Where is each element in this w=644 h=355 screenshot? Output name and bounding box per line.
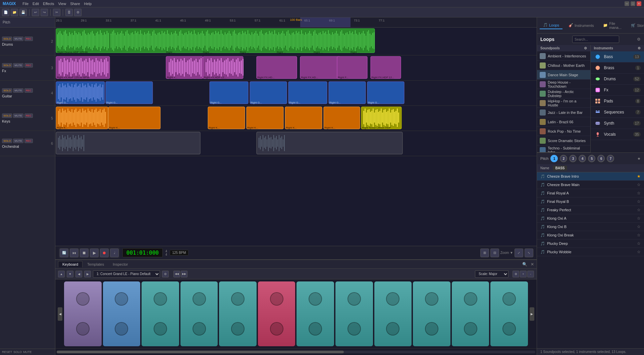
loop-klong-oxi-a[interactable]: 🎵 Klong Oxi A ☆: [537, 214, 644, 223]
left-arrow-icon[interactable]: ◀: [58, 307, 62, 321]
rec-button-drums[interactable]: REC: [24, 37, 33, 41]
pad-7[interactable]: [297, 281, 334, 346]
menu-edit[interactable]: Edit: [33, 2, 39, 6]
pitch-btn-1[interactable]: 1: [550, 155, 558, 162]
pad-6[interactable]: [258, 281, 296, 346]
pitch-btn-5[interactable]: 5: [588, 155, 595, 162]
tab-inspector[interactable]: Inspector: [109, 261, 132, 267]
pad-4[interactable]: [180, 281, 218, 346]
pad-1[interactable]: [64, 281, 102, 346]
loop-klong-oxi-break[interactable]: 🎵 Klong Oxi Break ☆: [537, 231, 644, 239]
kb-zoom-out[interactable]: -: [527, 271, 534, 277]
menu-file[interactable]: File: [22, 2, 29, 6]
mute-all-label[interactable]: MUTE: [23, 350, 32, 354]
solo-button-fx[interactable]: SOLO: [2, 63, 12, 68]
loop-star-2[interactable]: ☆: [637, 182, 641, 187]
menu-help[interactable]: Help: [84, 2, 92, 6]
rewind-button[interactable]: ⏮: [70, 249, 78, 257]
record-button[interactable]: ⏺: [100, 249, 109, 257]
pad-2[interactable]: [103, 281, 141, 346]
pad-12[interactable]: [490, 281, 528, 346]
loop-plucky-deep[interactable]: 🎵 Plucky Deep ☆: [537, 239, 644, 248]
toolbar-save-button[interactable]: 💾: [19, 9, 27, 16]
loop-final-royal-a[interactable]: 🎵 Final Royal A ☆: [537, 189, 644, 197]
menu-view[interactable]: View: [58, 2, 66, 6]
pitch-btn-6[interactable]: 6: [597, 155, 605, 162]
loop-cheeze-brave-main[interactable]: 🎵 Cheeze Brave Main ☆: [537, 181, 644, 189]
toolbar-redo-button[interactable]: ↪: [41, 9, 48, 16]
play-button[interactable]: ▶: [90, 249, 99, 257]
tab-store[interactable]: 🛒 Store: [628, 22, 644, 29]
solo-button-guitar[interactable]: SOLO: [2, 88, 12, 93]
soundpool-dance[interactable]: Dance Main Stage: [537, 70, 590, 80]
solo-button-orchestral[interactable]: SOLO: [2, 139, 12, 143]
soundpool-techno[interactable]: Techno - Subliminal Infer...: [537, 145, 590, 152]
menu-share[interactable]: Share: [70, 2, 80, 6]
loop-star-9[interactable]: ☆: [637, 241, 641, 246]
loops-settings-icon[interactable]: ⚙: [637, 37, 641, 42]
grid-button[interactable]: ⊞: [480, 249, 489, 257]
stop-button[interactable]: ⏹: [80, 249, 89, 257]
tab-loops[interactable]: 🎵 Loops: [540, 21, 562, 29]
instrument-sequences[interactable]: Sequences 7: [591, 107, 644, 118]
track-content-guitar[interactable]: Right G... Right G... Right G... Right G…: [55, 81, 537, 105]
loop-klong-oxi-b[interactable]: 🎵 Klong Oxi B ☆: [537, 223, 644, 231]
pads-left-arrow[interactable]: ◀: [57, 281, 63, 346]
close-button[interactable]: ✕: [637, 1, 641, 6]
snap-button[interactable]: ⊟: [490, 249, 499, 257]
kb-settings-2[interactable]: ⚙: [513, 271, 519, 277]
track-content-orchestral[interactable]: [55, 131, 537, 156]
solo-button-keys[interactable]: SOLO: [2, 114, 12, 118]
right-arrow-icon[interactable]: ▶: [530, 307, 534, 321]
tab-file-manager[interactable]: 📁 File mana...: [600, 20, 625, 31]
collapse-button[interactable]: ⤡: [525, 249, 533, 257]
instruments-settings-icon[interactable]: ⚙: [638, 46, 641, 50]
rec-button-keys[interactable]: REC: [24, 114, 33, 118]
toolbar-cut-button[interactable]: ✂: [53, 9, 60, 16]
menu-effects[interactable]: Effects: [43, 2, 54, 6]
loop-star-5[interactable]: ☆: [637, 208, 641, 212]
soundpool-dubstep[interactable]: Dubstep - Arctic Dubstep: [537, 89, 590, 98]
pitch-btn-2[interactable]: 2: [560, 155, 567, 162]
soundpool-chillout[interactable]: Chillout - Mother Earth: [537, 61, 590, 70]
bottom-search[interactable]: 🔍: [522, 262, 527, 267]
soundpool-deep-house[interactable]: Deep House - Touchdown: [537, 80, 590, 89]
minimize-button[interactable]: ─: [625, 1, 629, 6]
soundpool-score[interactable]: Score Dramatic Stories: [537, 136, 590, 145]
kb-next[interactable]: ▶: [84, 271, 91, 277]
instrument-bass[interactable]: Bass 13: [591, 51, 644, 62]
loop-star-8[interactable]: ☆: [637, 233, 641, 237]
soundpools-settings-icon[interactable]: ⚙: [584, 46, 587, 50]
pad-11[interactable]: [452, 281, 489, 346]
mute-button-orchestral[interactable]: MUTE: [13, 139, 23, 143]
soundpool-rock-pop[interactable]: Rock Pop - No Time: [537, 127, 590, 136]
piano-scroll-bar[interactable]: [55, 348, 537, 355]
loop-plucky-wobble[interactable]: 🎵 Plucky Wobble ☆: [537, 248, 644, 256]
pad-8[interactable]: [335, 281, 373, 346]
tab-instruments[interactable]: 🎸 Instruments: [565, 22, 597, 29]
loop-final-royal-b[interactable]: 🎵 Final Royal B ☆: [537, 197, 644, 206]
rec-button-guitar[interactable]: REC: [24, 88, 33, 93]
pitch-btn-7[interactable]: 7: [607, 155, 614, 162]
instrument-synth[interactable]: Synth 17: [591, 118, 644, 129]
instrument-fx[interactable]: Fx Fx 12: [591, 85, 644, 96]
instrument-pads[interactable]: Pads 8: [591, 96, 644, 107]
kb-settings[interactable]: ⚙: [162, 271, 169, 277]
pitch-btn-3[interactable]: 3: [569, 155, 577, 162]
loop-button[interactable]: 🔄: [60, 249, 68, 257]
mute-button-keys[interactable]: MUTE: [13, 114, 23, 118]
toolbar-settings-button[interactable]: ⚙: [74, 9, 82, 16]
toolbar-open-button[interactable]: 📁: [11, 9, 18, 16]
pitch-star-icon[interactable]: ★: [637, 157, 641, 161]
mute-button-fx[interactable]: MUTE: [13, 63, 23, 68]
soundpool-hiphop[interactable]: HipHop - I'm on a Hustle: [537, 98, 590, 108]
rec-button-orchestral[interactable]: REC: [24, 139, 33, 143]
piano-scroll-thumb[interactable]: [57, 351, 344, 353]
loop-star-1[interactable]: ★: [637, 174, 641, 179]
kb-zoom-in[interactable]: +: [520, 271, 527, 277]
track-content-drums[interactable]: Right Drums.HDP 125.00 Right ... Right .…: [55, 28, 537, 55]
kb-nav-up[interactable]: ▲: [58, 271, 65, 277]
solo-all-label[interactable]: SOLO: [13, 350, 22, 354]
toolbar-undo-button[interactable]: ↩: [32, 9, 39, 16]
pads-right-arrow[interactable]: ▶: [529, 281, 535, 346]
